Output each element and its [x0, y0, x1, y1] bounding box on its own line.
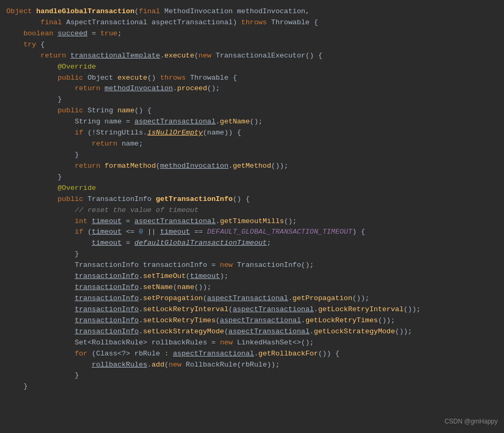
code-line-23: if (timeout <= 0 || timeout == DEFAULT_G…	[6, 227, 493, 238]
code-line-16: return formatMethod(methodInvocation.get…	[6, 161, 493, 172]
code-line-19: @Override	[6, 183, 493, 194]
code-line-30: transactionInfo.setPropagation(aspectTra…	[6, 293, 493, 304]
code-line-22: int timeout = aspectTransactional.getTim…	[6, 216, 493, 227]
code-line-37: }	[6, 370, 493, 381]
code-line-6: @Override	[6, 62, 493, 73]
code-line-34: Set<RollbackRule> rollbackRules = new Li…	[6, 338, 493, 349]
code-line-15: }	[6, 150, 493, 161]
code-line-33: transactionInfo.setLockStrategyMode(aspe…	[6, 326, 493, 338]
code-line-27: TransactionInfo transactionInfo = new Tr…	[6, 260, 493, 271]
watermark: CSDN @gmHappy	[444, 417, 498, 427]
code-line-21: // reset the value of timeout	[6, 205, 493, 216]
code-line-8: return methodInvocation.proceed();	[6, 83, 493, 94]
code-line-1: Object handleGlobalTransaction(final Met…	[6, 6, 493, 17]
code-line-5: return transactionalTemplate.execute(new…	[6, 51, 493, 62]
code-line-17: }	[6, 172, 493, 183]
code-line-11: public String name() {	[6, 105, 493, 117]
code-line-9: }	[6, 94, 493, 105]
code-line-35: for (Class<?> rbRule : aspectTransaction…	[6, 349, 493, 360]
code-line-36: rollbackRules.add(new RollbackRule(rbRul…	[6, 360, 493, 371]
code-line-2: final AspectTransactional aspectTransact…	[6, 17, 493, 28]
code-line-31: transactionInfo.setLockRetryInterval(asp…	[6, 304, 493, 315]
code-line-7: public Object execute() throws Throwable…	[6, 73, 493, 84]
code-line-12: String name = aspectTransactional.getNam…	[6, 117, 493, 128]
code-editor: Object handleGlobalTransaction(final Met…	[0, 0, 504, 433]
code-line-4: try {	[6, 40, 493, 51]
code-line-14: return name;	[6, 139, 493, 150]
code-line-38: }	[6, 381, 493, 392]
code-line-13: if (!StringUtils.isNullOrEmpty(name)) {	[6, 128, 493, 139]
code-line-24: timeout = defaultGlobalTransactionTimeou…	[6, 238, 493, 249]
code-line-25: }	[6, 249, 493, 260]
code-line-3: boolean succeed = true;	[6, 28, 493, 40]
code-line-20: public TransactionInfo getTransactionInf…	[6, 194, 493, 205]
code-line-28: transactionInfo.setTimeOut(timeout);	[6, 271, 493, 282]
code-line-32: transactionInfo.setLockRetryTimes(aspect…	[6, 315, 493, 326]
code-line-29: transactionInfo.setName(name());	[6, 282, 493, 293]
